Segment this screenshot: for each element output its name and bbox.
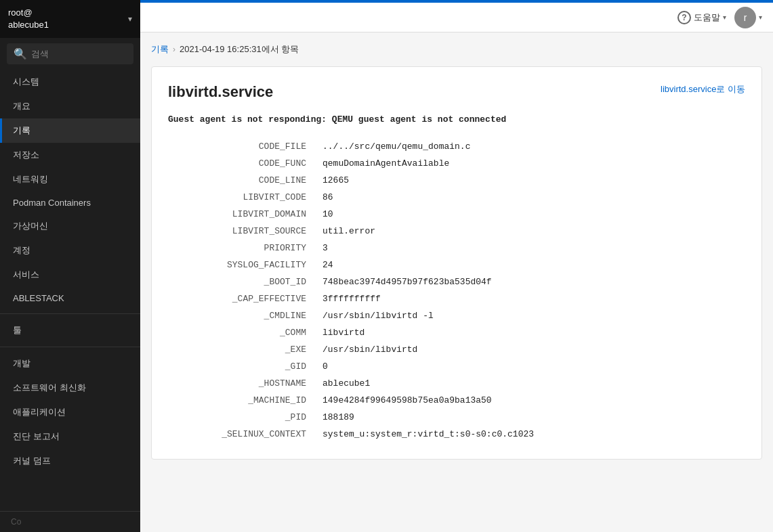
log-field-value: 188189 (317, 409, 745, 426)
sidebar-item-kernel[interactable]: 커널 덤프 (0, 449, 140, 473)
log-field-key: _GID (168, 358, 317, 375)
log-field-row: CODE_FILE../../src/qemu/qemu_domain.c (168, 138, 745, 155)
log-message: Guest agent is not responding: QEMU gues… (168, 114, 745, 125)
log-field-value: system_u:system_r:virtd_t:s0-s0:c0.c1023 (317, 426, 745, 443)
log-field-key: CODE_FILE (168, 138, 317, 155)
log-field-value: libvirtd (317, 324, 745, 341)
log-field-key: _COMM (168, 324, 317, 341)
sidebar-item-account[interactable]: 계정 (0, 238, 140, 263)
log-field-key: _CMDLINE (168, 307, 317, 324)
sidebar-item-diag[interactable]: 진단 보고서 (0, 424, 140, 449)
sidebar-item-service[interactable]: 서비스 (0, 263, 140, 287)
log-field-value: qemuDomainAgentAvailable (317, 155, 745, 172)
log-field-key: _EXE (168, 341, 317, 358)
log-field-key: LIBVIRT_CODE (168, 189, 317, 206)
sidebar-item-apps[interactable]: 애플리케이션 (0, 400, 140, 424)
help-label: 도움말 (694, 12, 720, 24)
log-field-value: 10 (317, 206, 745, 223)
help-icon: ? (677, 11, 691, 24)
log-service-link[interactable]: libvirtd.service로 이동 (661, 83, 745, 95)
sidebar-username: root@ (8, 7, 49, 19)
sidebar-user-info: root@ ablecube1 (8, 7, 49, 31)
sidebar-item-storage[interactable]: 저장소 (0, 143, 140, 167)
log-service-name: libvirtd.service (168, 83, 273, 101)
sidebar-divider (0, 313, 140, 314)
breadcrumb-separator: › (173, 45, 175, 54)
log-field-value: 149e4284f99649598b75ea0a9ba13a50 (317, 392, 745, 409)
sidebar-nav: 시스템개요기록저장소네트워킹Podman Containers가상머신계정서비스… (0, 70, 140, 473)
help-button[interactable]: ? 도움말 ▾ (677, 11, 726, 24)
log-field-row: CODE_LINE12665 (168, 172, 745, 189)
avatar: r (734, 7, 756, 28)
log-field-row: LIBVIRT_DOMAIN10 (168, 206, 745, 223)
log-field-value: 3 (317, 240, 745, 257)
search-input[interactable] (31, 49, 127, 59)
log-field-row: _CAP_EFFECTIVE3ffffffffff (168, 290, 745, 307)
breadcrumb-parent-link[interactable]: 기록 (151, 43, 169, 56)
log-field-key: _CAP_EFFECTIVE (168, 290, 317, 307)
sidebar-item-dev[interactable]: 개발 (0, 351, 140, 376)
sidebar-item-podman[interactable]: Podman Containers (0, 192, 140, 214)
sidebar-item-network[interactable]: 네트워킹 (0, 167, 140, 192)
log-field-key: _PID (168, 409, 317, 426)
log-field-key: CODE_LINE (168, 172, 317, 189)
sidebar-item-system[interactable]: 시스템 (0, 70, 140, 94)
sidebar-divider (0, 347, 140, 347)
log-field-value: 3ffffffffff (317, 290, 745, 307)
log-field-value: 86 (317, 189, 745, 206)
log-field-key: _SELINUX_CONTEXT (168, 426, 317, 443)
log-field-row: CODE_FUNCqemuDomainAgentAvailable (168, 155, 745, 172)
help-chevron-icon: ▾ (723, 14, 726, 21)
sidebar-item-software[interactable]: 소프트웨어 최신화 (0, 376, 140, 400)
sidebar: root@ ablecube1 ▾ 🔍 시스템개요기록저장소네트워킹Podman… (0, 0, 140, 532)
log-field-row: _GID0 (168, 358, 745, 375)
log-card-header: libvirtd.service libvirtd.service로 이동 (168, 83, 745, 101)
sidebar-hostname: ablecube1 (8, 19, 49, 31)
log-field-key: _MACHINE_ID (168, 392, 317, 409)
topbar-right: ? 도움말 ▾ r ▾ (677, 7, 762, 28)
log-field-row: LIBVIRT_SOURCEutil.error (168, 223, 745, 240)
log-field-row: _BOOT_ID748beac3974d4957b97f623ba535d04f (168, 273, 745, 290)
log-detail-card: libvirtd.service libvirtd.service로 이동 Gu… (151, 66, 762, 460)
log-field-row: PRIORITY3 (168, 240, 745, 257)
chevron-down-icon: ▾ (128, 14, 132, 24)
log-field-key: SYSLOG_FACILITY (168, 257, 317, 273)
topbar-nav: ? 도움말 ▾ r ▾ (140, 3, 773, 32)
sidebar-bottom: Co (0, 511, 140, 532)
log-field-value: util.error (317, 223, 745, 240)
log-field-row: _CMDLINE/usr/sbin/libvirtd -l (168, 307, 745, 324)
sidebar-item-logs[interactable]: 기록 (0, 118, 140, 143)
log-field-row: _SELINUX_CONTEXTsystem_u:system_r:virtd_… (168, 426, 745, 443)
sidebar-item-overview[interactable]: 개요 (0, 94, 140, 118)
sidebar-search-container[interactable]: 🔍 (7, 43, 133, 64)
main-area: ? 도움말 ▾ r ▾ 기록 › 2021-04-19 16:25:31에서 항… (140, 0, 773, 532)
sidebar-header[interactable]: root@ ablecube1 ▾ (0, 0, 140, 38)
log-field-row: _PID188189 (168, 409, 745, 426)
content-area: 기록 › 2021-04-19 16:25:31에서 항목 libvirtd.s… (140, 32, 773, 532)
log-field-row: LIBVIRT_CODE86 (168, 189, 745, 206)
log-field-key: LIBVIRT_SOURCE (168, 223, 317, 240)
user-chevron-icon: ▾ (759, 14, 762, 21)
log-field-key: CODE_FUNC (168, 155, 317, 172)
log-field-row: _HOSTNAMEablecube1 (168, 375, 745, 392)
log-field-value: ../../src/qemu/qemu_domain.c (317, 138, 745, 155)
log-field-key: LIBVIRT_DOMAIN (168, 206, 317, 223)
log-field-row: _COMMlibvirtd (168, 324, 745, 341)
sidebar-item-tools[interactable]: 툴 (0, 318, 140, 342)
log-field-row: _EXE/usr/sbin/libvirtd (168, 341, 745, 358)
sidebar-item-ablestack[interactable]: ABLESTACK (0, 287, 140, 309)
log-field-key: PRIORITY (168, 240, 317, 257)
log-field-row: SYSLOG_FACILITY24 (168, 257, 745, 273)
log-field-value: 748beac3974d4957b97f623ba535d04f (317, 273, 745, 290)
sidebar-item-vm[interactable]: 가상머신 (0, 214, 140, 238)
user-menu-button[interactable]: r ▾ (734, 7, 762, 28)
log-field-key: _BOOT_ID (168, 273, 317, 290)
log-field-key: _HOSTNAME (168, 375, 317, 392)
log-fields-table: CODE_FILE../../src/qemu/qemu_domain.cCOD… (168, 138, 745, 443)
log-field-row: _MACHINE_ID149e4284f99649598b75ea0a9ba13… (168, 392, 745, 409)
breadcrumb-current: 2021-04-19 16:25:31에서 항목 (180, 43, 299, 56)
log-field-value: ablecube1 (317, 375, 745, 392)
log-field-value: /usr/sbin/libvirtd -l (317, 307, 745, 324)
search-icon: 🔍 (14, 47, 27, 60)
log-field-value: /usr/sbin/libvirtd (317, 341, 745, 358)
